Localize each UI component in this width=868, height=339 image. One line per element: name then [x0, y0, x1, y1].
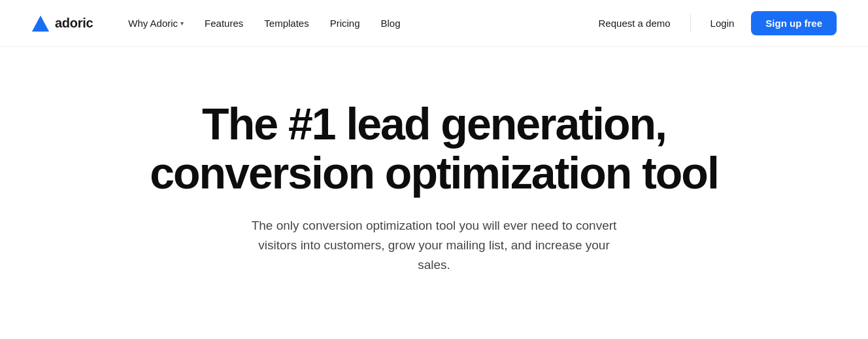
nav-item-features[interactable]: Features	[195, 12, 252, 34]
logo-text: adoric	[55, 16, 93, 31]
nav-right-actions: Request a demo Login Sign up free	[587, 11, 837, 35]
nav-label-blog: Blog	[381, 18, 401, 29]
nav-label-why-adoric: Why Adoric	[128, 18, 178, 29]
hero-subtitle: The only conversion optimization tool yo…	[244, 216, 624, 276]
nav-item-pricing[interactable]: Pricing	[321, 12, 369, 34]
chevron-down-icon: ▾	[180, 20, 184, 27]
navbar: adoric Why Adoric ▾ Features Templates P…	[0, 0, 868, 47]
nav-label-templates: Templates	[264, 18, 309, 29]
request-demo-button[interactable]: Request a demo	[587, 12, 682, 35]
nav-item-blog[interactable]: Blog	[372, 12, 410, 34]
login-button[interactable]: Login	[699, 12, 746, 35]
svg-marker-0	[32, 15, 49, 31]
nav-links: Why Adoric ▾ Features Templates Pricing …	[119, 12, 586, 34]
nav-label-pricing: Pricing	[330, 18, 360, 29]
hero-section: The #1 lead generation, conversion optim…	[0, 47, 868, 315]
adoric-logo-icon	[31, 14, 50, 33]
hero-title: The #1 lead generation, conversion optim…	[150, 99, 718, 198]
nav-item-templates[interactable]: Templates	[255, 12, 318, 34]
nav-item-why-adoric[interactable]: Why Adoric ▾	[119, 12, 193, 34]
logo-link[interactable]: adoric	[31, 14, 93, 33]
hero-title-line2: conversion optimization tool	[150, 148, 718, 198]
nav-divider	[690, 14, 691, 33]
hero-title-line1: The #1 lead generation,	[202, 99, 666, 149]
signup-button[interactable]: Sign up free	[751, 11, 837, 35]
nav-label-features: Features	[205, 18, 243, 29]
